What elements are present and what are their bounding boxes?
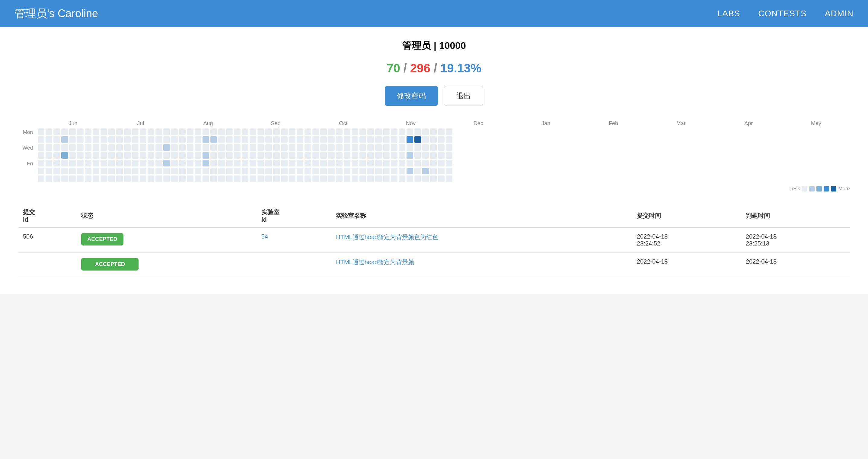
heatmap-cell <box>234 175 241 182</box>
heatmap-cell <box>148 128 154 135</box>
col-submit-time: 提交时间 <box>632 204 741 228</box>
nav-labs[interactable]: LABS <box>717 9 740 19</box>
heatmap-cell <box>375 128 382 135</box>
heatmap-cell <box>69 136 76 143</box>
heatmap-cell <box>61 175 68 182</box>
heatmap-cell <box>367 136 374 143</box>
heatmap-col <box>155 128 162 182</box>
change-password-button[interactable]: 修改密码 <box>385 86 438 106</box>
heatmap-col <box>69 128 76 182</box>
heatmap-cell <box>210 168 217 174</box>
heatmap-cell <box>383 128 390 135</box>
heatmap-cell <box>257 152 264 159</box>
heatmap-cell <box>203 168 209 174</box>
heatmap-col <box>367 128 374 182</box>
heatmap-col <box>446 128 453 182</box>
stat-percent: 19.13% <box>440 62 482 75</box>
heatmap-cell <box>399 152 405 159</box>
cell-judge-time: 2022-04-18 <box>741 253 850 276</box>
heatmap-cell <box>38 160 44 166</box>
heatmap-cell <box>148 152 154 159</box>
heatmap-col <box>281 128 288 182</box>
heatmap-cell <box>375 168 382 174</box>
legend-more-label: More <box>838 186 850 192</box>
cell-lab-name: HTML通过head指定为背景颜 <box>331 253 632 276</box>
heatmap-col <box>124 128 131 182</box>
heatmap-cell <box>179 152 186 159</box>
heatmap-cell <box>351 136 358 143</box>
heatmap-cell <box>155 152 162 159</box>
lab-name-link[interactable]: HTML通过head指定为背景颜色为红色 <box>336 234 438 240</box>
heatmap-cell <box>100 160 107 166</box>
heatmap-cell <box>320 144 327 151</box>
heatmap-cell <box>328 136 335 143</box>
heatmap-cell <box>234 144 241 151</box>
heatmap-cell <box>344 175 350 182</box>
heatmap-cell <box>367 128 374 135</box>
heatmap-cell <box>305 175 311 182</box>
heatmap-cell <box>383 175 390 182</box>
heatmap-section: Jun Jul Aug Sep Oct Nov Dec Jan Feb Mar … <box>18 120 850 192</box>
heatmap-cell <box>45 128 52 135</box>
heatmap-col <box>116 128 123 182</box>
heatmap-cell <box>163 152 170 159</box>
heatmap-cell <box>69 152 76 159</box>
heatmap-cell <box>100 128 107 135</box>
heatmap-cell <box>45 144 52 151</box>
heatmap-cell <box>45 152 52 159</box>
heatmap-cell <box>116 144 123 151</box>
heatmap-cell <box>140 144 146 151</box>
heatmap-cell <box>234 128 241 135</box>
heatmap-cell <box>132 175 138 182</box>
heatmap-cell <box>77 168 84 174</box>
heatmap-cell <box>406 168 413 174</box>
heatmap-cell <box>155 144 162 151</box>
heatmap-cell <box>281 168 288 174</box>
heatmap-cell <box>422 144 429 151</box>
heatmap-cell <box>320 136 327 143</box>
heatmap-cell <box>85 175 91 182</box>
heatmap-cell <box>399 160 405 166</box>
heatmap-col <box>391 128 398 182</box>
heatmap-col <box>77 128 84 182</box>
lab-name-link-2[interactable]: HTML通过head指定为背景颜 <box>336 259 414 265</box>
heatmap-cell <box>163 168 170 174</box>
heatmap-cell <box>351 128 358 135</box>
month-aug: Aug <box>175 120 242 127</box>
cell-lab-id <box>256 253 331 276</box>
nav-contests[interactable]: CONTESTS <box>758 9 806 19</box>
lab-id-link[interactable]: 54 <box>261 233 268 240</box>
heatmap-cell <box>187 160 193 166</box>
heatmap-col <box>289 128 296 182</box>
heatmap-cell <box>328 160 335 166</box>
heatmap-cell <box>422 175 429 182</box>
heatmap-cell <box>422 128 429 135</box>
heatmap-cell <box>446 168 453 174</box>
heatmap-cell <box>320 152 327 159</box>
heatmap-cell <box>124 128 131 135</box>
heatmap-cell <box>124 144 131 151</box>
heatmap-cell <box>312 136 319 143</box>
heatmap-cell <box>124 168 131 174</box>
heatmap-cell <box>140 175 146 182</box>
heatmap-col <box>351 128 358 182</box>
nav-admin[interactable]: ADMIN <box>825 9 854 19</box>
heatmap-cell <box>250 160 256 166</box>
heatmap-cell <box>116 168 123 174</box>
heatmap-col <box>344 128 350 182</box>
heatmap-cell <box>375 144 382 151</box>
heatmap-cell <box>100 152 107 159</box>
logout-button[interactable]: 退出 <box>444 86 483 106</box>
cell-id <box>18 253 76 276</box>
heatmap-cell <box>265 168 272 174</box>
heatmap-cell <box>297 152 303 159</box>
heatmap-cell <box>210 144 217 151</box>
heatmap-cell <box>108 136 115 143</box>
heatmap-cell <box>430 175 437 182</box>
heatmap-cell <box>93 136 99 143</box>
heatmap-cell <box>203 144 209 151</box>
heatmap-cell <box>179 160 186 166</box>
submissions-table: 提交id 状态 实验室id 实验室名称 提交时间 判题时间 506 ACCEPT… <box>18 204 850 276</box>
heatmap-cell <box>61 144 68 151</box>
heatmap-cell <box>351 160 358 166</box>
